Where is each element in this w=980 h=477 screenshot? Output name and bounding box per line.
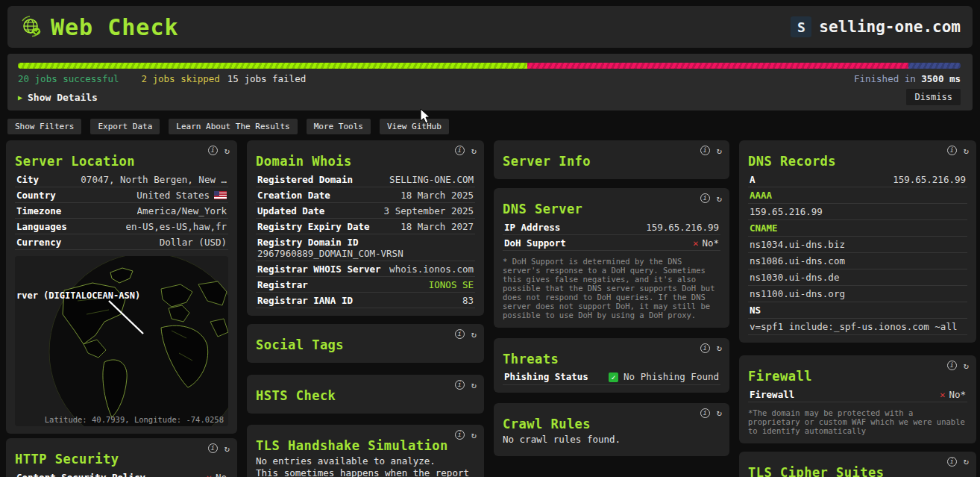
dns-record-value: ns1086.ui-dns.com	[748, 253, 967, 269]
app-header: Web Check S selling-one.com	[7, 6, 973, 48]
card-title: Domain Whois	[256, 154, 475, 169]
table-row: Updated Date 3 September 2025	[256, 203, 475, 219]
table-row: Registered Domain SELLING-ONE.COM	[256, 172, 475, 187]
info-icon[interactable]: i	[947, 146, 957, 155]
refresh-icon[interactable]: ↻	[717, 146, 722, 155]
table-row: Registrar WHOIS Server whois.ionos.com	[256, 261, 475, 277]
table-row: Country United States	[15, 187, 228, 203]
jobs-skipped-count: 2 jobs skipped	[141, 73, 219, 84]
card-social-tags: i ↻ Social Tags	[247, 324, 484, 363]
dns-record-aaaa-heading[interactable]: AAAA	[748, 187, 967, 204]
table-row: Timezone America/New_York	[15, 203, 228, 219]
progress-failed-segment	[527, 63, 909, 69]
site-favicon: S	[791, 16, 811, 37]
server-location-map[interactable]: rver (DIGITALOCEAN-ASN) Latitude: 40.793…	[15, 256, 228, 426]
show-details-toggle[interactable]: ▶ Show Details	[18, 92, 98, 103]
card-domain-whois: i ↻ Domain Whois Registered Domain SELLI…	[247, 140, 484, 316]
dns-record-value: v=spf1 include:_spf-us.ionos.com ~all	[748, 319, 967, 335]
table-row: Creation Date 18 March 2025	[256, 187, 475, 203]
dns-record-ns-heading[interactable]: NS	[748, 302, 967, 319]
table-row: Phishing Status ✓No Phishing Found	[503, 370, 720, 385]
globe-logo-icon	[19, 15, 43, 39]
cross-icon: ✕	[206, 472, 212, 477]
export-data-button[interactable]: Export Data	[90, 119, 160, 134]
refresh-icon[interactable]: ↻	[717, 194, 722, 203]
card-title: TLS Handshake Simulation	[256, 438, 475, 453]
table-row: Registry Domain ID 2967960889_DOMAIN_COM…	[256, 234, 475, 261]
card-hsts-check: i ↻ HSTS Check	[247, 375, 484, 414]
info-icon[interactable]: i	[700, 193, 710, 203]
table-row: City 07047, North Bergen, New …	[15, 172, 228, 187]
us-flag-icon	[214, 191, 227, 199]
info-icon[interactable]: i	[208, 146, 218, 155]
refresh-icon[interactable]: ↻	[224, 146, 230, 155]
info-icon[interactable]: i	[947, 361, 957, 370]
toolbar: Show Filters Export Data Learn About The…	[7, 119, 449, 134]
info-icon[interactable]: i	[455, 329, 465, 339]
app-brand[interactable]: Web Check	[19, 14, 179, 40]
card-title: Server Location	[15, 154, 228, 169]
jobs-successful-count: 20 jobs successful	[18, 73, 119, 84]
check-icon: ✓	[609, 372, 618, 382]
map-marker-label: rver (DIGITALOCEAN-ASN)	[16, 290, 140, 301]
map-coordinates: Latitude: 40.7939, Longitude: -74.0258	[45, 415, 224, 424]
more-tools-button[interactable]: More Tools	[307, 119, 371, 134]
refresh-icon[interactable]: ↻	[964, 361, 969, 370]
card-dns-records: i ↻ DNS Records A 159.65.216.99 AAAA 159…	[739, 140, 976, 343]
refresh-icon[interactable]: ↻	[964, 146, 969, 155]
cross-icon: ✕	[940, 389, 946, 400]
refresh-icon[interactable]: ↻	[964, 457, 969, 466]
info-icon[interactable]: i	[208, 443, 218, 453]
refresh-icon[interactable]: ↻	[471, 431, 477, 440]
refresh-icon[interactable]: ↻	[471, 381, 477, 390]
card-title: Threats	[503, 352, 720, 367]
card-title: HSTS Check	[256, 388, 475, 403]
card-tls-handshake: i ↻ TLS Handshake Simulation No entries …	[247, 425, 484, 477]
info-icon[interactable]: i	[700, 343, 710, 353]
info-icon[interactable]: i	[947, 457, 957, 467]
globe-map	[15, 256, 228, 426]
empty-state-hint: This sometimes happens when the report d…	[256, 468, 475, 477]
progress-skipped-segment	[908, 63, 961, 69]
info-icon[interactable]: i	[455, 146, 465, 155]
card-threats: i ↻ Threats Phishing Status ✓No Phishing…	[494, 338, 729, 393]
table-row: Registrar IANA ID 83	[256, 293, 475, 308]
card-firewall: i ↻ Firewall Firewall ✕No* *The domain m…	[739, 355, 976, 443]
scanned-site: S selling-one.com	[791, 16, 961, 37]
refresh-icon[interactable]: ↻	[471, 330, 477, 339]
dns-record-value: ns1030.ui-dns.de	[748, 269, 967, 286]
refresh-icon[interactable]: ↻	[717, 343, 722, 352]
dns-record-value: 159.65.216.99	[748, 204, 967, 220]
jobs-failed-count: 15 jobs failed	[227, 73, 306, 84]
doh-footnote: * DoH Support is determined by the DNS s…	[503, 258, 720, 320]
app-title: Web Check	[51, 14, 179, 40]
card-title: Crawl Rules	[503, 417, 720, 431]
view-github-button[interactable]: View GitHub	[380, 119, 449, 134]
info-icon[interactable]: i	[455, 430, 465, 440]
registrar-link[interactable]: IONOS SE	[429, 279, 474, 290]
refresh-icon[interactable]: ↻	[224, 444, 230, 453]
results-grid: i ↻ Server Location City 07047, North Be…	[6, 140, 976, 477]
refresh-icon[interactable]: ↻	[471, 146, 477, 155]
info-icon[interactable]: i	[700, 146, 710, 155]
card-title: HTTP Security	[15, 452, 228, 467]
progress-success-segment	[18, 63, 527, 69]
dismiss-button[interactable]: Dismiss	[906, 89, 961, 105]
learn-about-results-button[interactable]: Learn About The Results	[169, 119, 297, 134]
info-icon[interactable]: i	[455, 380, 465, 390]
dns-record-a: A 159.65.216.99	[748, 172, 967, 187]
refresh-icon[interactable]: ↻	[717, 408, 722, 417]
empty-state-text: No crawl rules found.	[503, 434, 720, 445]
dns-record-value: ns1034.ui-dns.biz	[748, 237, 967, 253]
empty-state-text: No entries available to analyze.	[256, 456, 475, 467]
table-row: Registrar IONOS SE	[256, 277, 475, 293]
card-dns-server: i ↻ DNS Server IP Address 159.65.216.99 …	[494, 188, 729, 328]
card-title: Social Tags	[256, 337, 475, 352]
jobs-progress-bar	[18, 63, 961, 69]
show-filters-button[interactable]: Show Filters	[7, 119, 81, 134]
info-icon[interactable]: i	[700, 408, 710, 418]
card-crawl-rules: i ↻ Crawl Rules No crawl rules found.	[494, 403, 729, 456]
dns-record-cname-heading[interactable]: CNAME	[748, 220, 967, 237]
table-row: Firewall ✕No*	[748, 387, 967, 402]
progress-banner: 20 jobs successful 2 jobs skipped 15 job…	[7, 54, 973, 110]
